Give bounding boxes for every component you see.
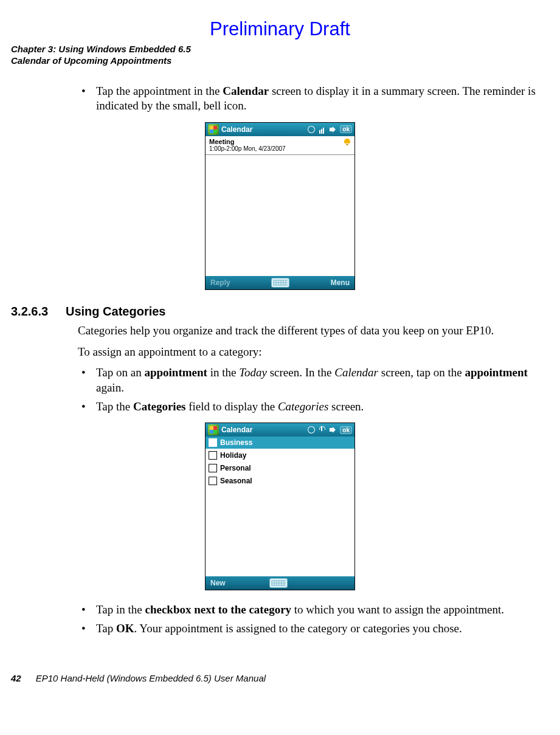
manual-title: EP10 Hand-Held (Windows Embedded 6.5) Us… (36, 673, 266, 683)
text: screen, tap on the (378, 366, 465, 379)
italic: Today (239, 366, 267, 379)
meeting-time: 1:00p-2:00p Mon, 4/23/2007 (206, 145, 354, 154)
step-check-category: Tap in the checkbox next to the category… (78, 602, 543, 618)
text: to which you want to assign the appointm… (291, 603, 504, 616)
signal-icon (318, 125, 327, 134)
window-title: Calendar (221, 125, 305, 134)
text: in the (207, 366, 239, 379)
checkbox[interactable] (209, 451, 217, 460)
text: Tap the appointment in the (96, 85, 223, 97)
bell-icon (344, 138, 351, 145)
checkbox[interactable] (209, 438, 217, 447)
text: Tap (96, 622, 116, 635)
bold: OK (116, 622, 134, 635)
step-tap-categories: Tap the Categories field to display the … (78, 399, 543, 415)
text: screen. (328, 400, 364, 413)
bold: checkbox next to the category (145, 603, 291, 616)
text: Tap on an (96, 366, 144, 379)
category-label: Holiday (220, 451, 246, 460)
text: field to display the (185, 400, 277, 413)
figure-categories: Calendar ok Business Holiday (11, 423, 549, 590)
italic: Calendar (334, 366, 378, 379)
section-number: 3.2.6.3 (11, 305, 66, 319)
bold: Calendar (223, 85, 269, 97)
divider (206, 154, 354, 155)
intro-bullet: Tap the appointment in the Calendar scre… (78, 84, 543, 114)
figure-calendar-summary: Calendar ok Meeting 1:00p-2:00p Mon, 4/2… (11, 122, 549, 290)
category-row-personal[interactable]: Personal (206, 462, 354, 475)
chapter-line: Chapter 3: Using Windows Embedded 6.5 (11, 44, 549, 55)
section-line: Calendar of Upcoming Appointments (11, 55, 549, 67)
bold: Categories (133, 400, 186, 413)
meeting-subject: Meeting (209, 138, 235, 145)
para-lead: To assign an appointment to a category: (78, 345, 543, 360)
softkey-bar: Reply Menu (206, 276, 354, 289)
text: again. (96, 381, 124, 394)
section-heading: 3.2.6.3Using Categories (11, 305, 549, 319)
checkbox[interactable] (209, 464, 217, 472)
category-row-business[interactable]: Business (206, 437, 354, 449)
bold: appointment (144, 366, 207, 379)
sync-icon (307, 426, 316, 434)
category-row-holiday[interactable]: Holiday (206, 449, 354, 462)
keyboard-icon[interactable] (272, 278, 289, 287)
volume-icon (329, 426, 337, 434)
page-footer: 42EP10 Hand-Held (Windows Embedded 6.5) … (11, 673, 549, 683)
categories-list: Business Holiday Personal Seasonal (206, 437, 354, 576)
reply-softkey[interactable]: Reply (210, 278, 230, 287)
bold: appointment (465, 366, 527, 379)
category-label: Personal (220, 464, 251, 472)
draft-banner: Preliminary Draft (11, 18, 549, 40)
text: Tap the (96, 400, 133, 413)
category-label: Business (220, 438, 252, 447)
step-tap-appointment: Tap on an appointment in the Today scree… (78, 365, 543, 395)
category-label: Seasonal (220, 477, 252, 485)
volume-icon (329, 125, 337, 134)
softkey-bar: New (206, 576, 354, 590)
page-number: 42 (11, 673, 21, 683)
step-tap-ok: Tap OK. Your appointment is assigned to … (78, 621, 543, 637)
italic: Categories (278, 400, 328, 413)
ok-button[interactable]: ok (340, 426, 352, 434)
titlebar: Calendar ok (206, 423, 354, 437)
category-row-seasonal[interactable]: Seasonal (206, 475, 354, 488)
window-title: Calendar (221, 426, 305, 434)
new-softkey[interactable]: New (210, 579, 226, 587)
ok-button[interactable]: ok (340, 125, 352, 133)
start-icon (208, 424, 219, 435)
text: screen. In the (267, 366, 334, 379)
section-title: Using Categories (66, 305, 165, 318)
summary-content: Meeting 1:00p-2:00p Mon, 4/23/2007 (206, 136, 354, 276)
keyboard-icon[interactable] (270, 579, 287, 587)
start-icon (208, 124, 219, 135)
text: . Your appointment is assigned to the ca… (134, 622, 462, 635)
para-intro: Categories help you organize and track t… (78, 323, 543, 339)
text: Tap in the (96, 603, 145, 616)
running-header: Chapter 3: Using Windows Embedded 6.5 Ca… (11, 44, 549, 67)
sync-icon (307, 125, 316, 134)
antenna-icon (318, 426, 327, 434)
menu-softkey[interactable]: Menu (331, 278, 350, 287)
titlebar: Calendar ok (206, 123, 354, 136)
checkbox[interactable] (209, 477, 217, 485)
